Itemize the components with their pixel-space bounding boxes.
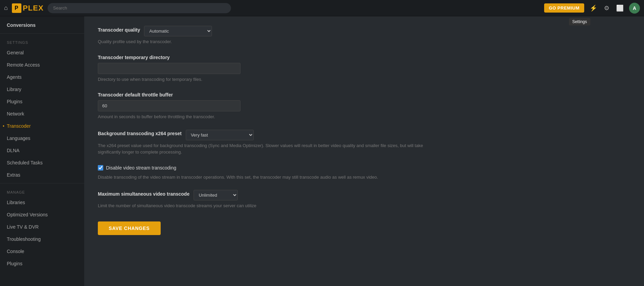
throttle-buffer-label: Transcoder default throttle buffer	[98, 92, 630, 97]
settings-section-label: SETTINGS	[0, 36, 84, 47]
sidebar-item-plugins[interactable]: Plugins	[0, 95, 84, 108]
sidebar-item-languages[interactable]: Languages	[0, 132, 84, 144]
x264-preset-group: Background transcoding x264 preset Very …	[98, 130, 630, 156]
transcoder-quality-description: Quality profile used by the transcoder.	[98, 38, 630, 45]
sidebar-item-console[interactable]: Console	[0, 245, 84, 257]
transcoder-temp-dir-group: Transcoder temporary directory Directory…	[98, 55, 630, 83]
disable-video-stream-group: Disable video stream transcoding Disable…	[98, 165, 630, 181]
plex-logo: P PLEX	[12, 3, 43, 13]
search-input[interactable]	[48, 3, 231, 13]
sidebar-item-transcoder[interactable]: Transcoder	[0, 120, 84, 132]
main-layout: Conversions SETTINGS General Remote Acce…	[0, 16, 644, 286]
max-simultaneous-group: Maximum simultaneous video transcode Unl…	[98, 190, 630, 209]
max-simultaneous-label: Maximum simultaneous video transcode	[98, 191, 190, 197]
throttle-buffer-group: Transcoder default throttle buffer Amoun…	[98, 92, 630, 120]
sidebar-item-conversions[interactable]: Conversions	[0, 19, 84, 31]
disable-video-stream-label[interactable]: Disable video stream transcoding	[98, 165, 630, 171]
x264-preset-label: Background transcoding x264 preset	[98, 131, 182, 136]
sidebar-divider-1	[0, 33, 84, 34]
throttle-buffer-description: Amount in seconds to buffer before throt…	[98, 113, 630, 120]
transcoder-temp-dir-description: Directory to use when transcoding for te…	[98, 76, 630, 83]
go-premium-button[interactable]: GO PREMIUM	[544, 3, 584, 13]
sidebar-item-scheduled-tasks[interactable]: Scheduled Tasks	[0, 157, 84, 169]
manage-section-label: MANAGE	[0, 185, 84, 196]
x264-preset-row: Background transcoding x264 preset Very …	[98, 130, 630, 140]
sidebar-item-network[interactable]: Network	[0, 108, 84, 120]
sidebar-item-dlna[interactable]: DLNA	[0, 144, 84, 157]
disable-video-stream-checkbox[interactable]	[98, 165, 103, 171]
topnav: ⌂ P PLEX GO PREMIUM ⚡ ⚙ Settings ⬜ A	[0, 0, 644, 16]
sidebar-item-extras[interactable]: Extras	[0, 169, 84, 181]
transcoder-quality-select[interactable]: Automatic Make my CPU hurt Faster Fast M…	[144, 26, 212, 36]
sidebar-item-troubleshooting[interactable]: Troubleshooting	[0, 233, 84, 245]
max-simultaneous-row: Maximum simultaneous video transcode Unl…	[98, 190, 630, 200]
transcoder-quality-group: Transcoder quality Automatic Make my CPU…	[98, 26, 630, 45]
cast-icon[interactable]: ⬜	[615, 3, 625, 13]
disable-video-stream-description: Disable transcoding of the video stream …	[98, 174, 437, 181]
sidebar: Conversions SETTINGS General Remote Acce…	[0, 16, 84, 286]
sidebar-item-live-tv-dvr[interactable]: Live TV & DVR	[0, 221, 84, 233]
x264-preset-description: The x264 preset value used for backgroun…	[98, 142, 437, 156]
save-changes-button[interactable]: SAVE CHANGES	[98, 221, 161, 235]
settings-icon[interactable]: ⚙ Settings	[603, 3, 611, 13]
transcoder-quality-label: Transcoder quality	[98, 27, 140, 33]
sidebar-item-plugins-manage[interactable]: Plugins	[0, 257, 84, 270]
x264-preset-select[interactable]: Very fast Faster Fast Medium Slow Slower…	[186, 130, 254, 140]
max-simultaneous-description: Limit the number of simultaneous video t…	[98, 202, 630, 209]
transcoder-quality-row: Transcoder quality Automatic Make my CPU…	[98, 26, 630, 36]
activity-icon[interactable]: ⚡	[588, 3, 598, 13]
max-simultaneous-select[interactable]: Unlimited 1 2 3 4 5 6 7 8	[194, 190, 238, 200]
sidebar-item-general[interactable]: General	[0, 47, 84, 59]
sidebar-item-agents[interactable]: Agents	[0, 71, 84, 83]
plex-logo-box: P	[12, 3, 21, 13]
avatar[interactable]: A	[629, 3, 640, 14]
content-area: Transcoder quality Automatic Make my CPU…	[84, 16, 644, 286]
settings-tooltip: Settings	[569, 18, 590, 25]
sidebar-item-library[interactable]: Library	[0, 83, 84, 95]
transcoder-temp-dir-label: Transcoder temporary directory	[98, 55, 630, 60]
transcoder-temp-dir-input[interactable]	[98, 63, 240, 74]
sidebar-divider-2	[0, 183, 84, 183]
throttle-buffer-input[interactable]	[98, 100, 240, 111]
sidebar-item-optimized-versions[interactable]: Optimized Versions	[0, 209, 84, 221]
sidebar-item-libraries[interactable]: Libraries	[0, 196, 84, 209]
home-icon[interactable]: ⌂	[4, 4, 8, 12]
sidebar-item-remote-access[interactable]: Remote Access	[0, 59, 84, 71]
